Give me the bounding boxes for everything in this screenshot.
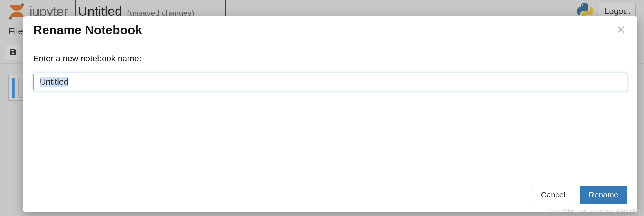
rename-notebook-modal: Rename Notebook Enter a new notebook nam… xyxy=(23,16,637,212)
modal-body: Enter a new notebook name: xyxy=(23,45,637,179)
modal-title: Rename Notebook xyxy=(33,23,142,37)
notebook-name-input[interactable] xyxy=(33,73,627,91)
modal-close-button[interactable] xyxy=(615,24,627,37)
modal-footer: Cancel Rename xyxy=(23,179,637,212)
close-icon xyxy=(617,30,625,35)
modal-header: Rename Notebook xyxy=(23,16,637,45)
cancel-button[interactable]: Cancel xyxy=(532,186,574,204)
modal-prompt: Enter a new notebook name: xyxy=(33,54,627,63)
rename-button[interactable]: Rename xyxy=(580,186,627,204)
